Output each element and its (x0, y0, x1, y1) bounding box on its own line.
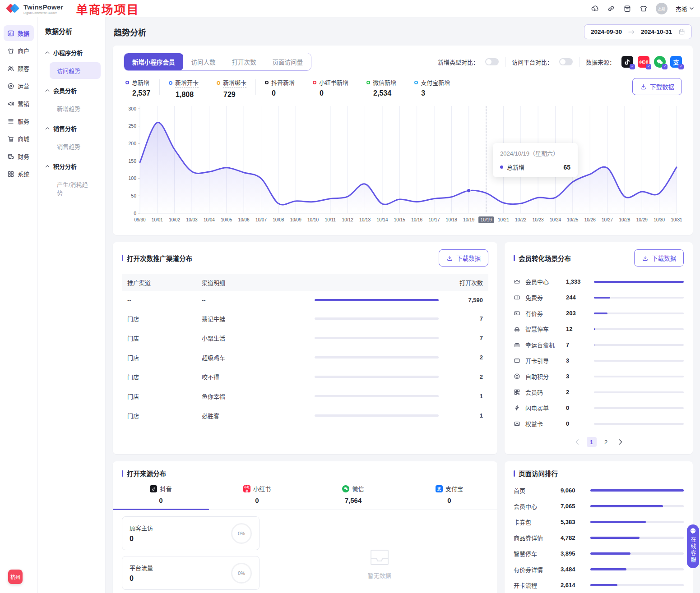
scene-label: 幸运盲盒机 (525, 340, 566, 349)
svg-text:10/01: 10/01 (152, 217, 163, 222)
subnav-item-新增趋势[interactable]: 新增趋势 (50, 100, 101, 117)
download-label: 下载数据 (652, 253, 676, 262)
stat-label: 微信新增 (373, 78, 396, 87)
scene-bar (594, 376, 684, 377)
channel-download-button[interactable]: 下载数据 (439, 249, 488, 267)
subnav-group-会员分析[interactable]: 会员分析 (38, 80, 105, 99)
shirt-icon[interactable] (640, 5, 648, 13)
brand-logo (6, 2, 20, 15)
sidebar-item-服务[interactable]: 服务 (4, 113, 34, 129)
sidebar-item-顾客[interactable]: 顾客 (4, 60, 34, 76)
online-service-fab[interactable]: 在线客服 (687, 524, 699, 568)
table-row: 门店小聚生活7 (122, 328, 488, 348)
conversion-card-title: 会员转化场景分布 (519, 253, 571, 263)
cell-channel: 门店 (122, 348, 196, 367)
trend-tab-新增小程序会员[interactable]: 新增小程序会员 (124, 53, 183, 70)
source-tab-微信[interactable]: 微信7,564 (305, 482, 401, 510)
source-xiaohongshu-icon[interactable]: 小红书✓ (638, 56, 649, 68)
subnav-item-访问趋势[interactable]: 访问趋势 (50, 62, 101, 79)
subnav-item-销售趋势[interactable]: 销售趋势 (50, 138, 101, 155)
gift-icon (514, 341, 522, 348)
scene-bar (594, 281, 684, 283)
svg-text:10/24: 10/24 (550, 217, 561, 222)
brand-name: TwinsPower (23, 3, 63, 11)
sidebar-item-营销[interactable]: 营销 (4, 96, 34, 111)
scene-label: 闪电买单 (525, 404, 566, 412)
stat-label: 新增开卡 (175, 78, 199, 88)
svg-text:10/10: 10/10 (307, 217, 319, 222)
scene-value: 203 (566, 310, 594, 317)
trend-tab-访问人数[interactable]: 访问人数 (183, 53, 224, 70)
avatar[interactable]: 杰希 (656, 3, 668, 14)
pagination-page-1[interactable]: 1 (587, 437, 597, 447)
list-item: 自助积分3 (514, 368, 684, 384)
svg-text:50: 50 (131, 193, 136, 198)
platform-compare-toggle[interactable] (559, 58, 573, 65)
subnav-group-积分分析[interactable]: 积分分析 (38, 156, 105, 175)
cell-value: 2 (445, 348, 488, 367)
data-source-label: 数据来源： (586, 58, 615, 66)
pagination-page-2[interactable]: 2 (601, 437, 611, 447)
subnav-group-小程序分析[interactable]: 小程序分析 (38, 42, 105, 61)
source-tab-小红书[interactable]: 小红书小红书0 (209, 482, 305, 510)
source-alipay-icon[interactable]: 支✓ (670, 56, 682, 68)
sidebar-item-商户[interactable]: 商户 (4, 43, 34, 59)
source-name: 微信 (352, 484, 364, 493)
sidebar-item-商城[interactable]: 商城 (4, 131, 34, 147)
cell-bar (309, 348, 445, 367)
sidebar-item-运营[interactable]: 运营 (4, 78, 34, 94)
list-item: 权益卡0 (514, 416, 684, 432)
source-douyin-icon[interactable]: ✓ (621, 56, 633, 68)
stat-label: 总新增 (132, 78, 149, 87)
trend-tab-打开次数[interactable]: 打开次数 (224, 53, 264, 70)
type-compare-toggle[interactable] (485, 58, 499, 65)
subnav-group-销售分析[interactable]: 销售分析 (38, 118, 105, 137)
svg-text:300: 300 (128, 106, 136, 111)
empty-inbox-icon (369, 548, 390, 566)
city-badge[interactable]: 杭州 (8, 570, 23, 584)
date-to[interactable]: 2024-10-31 (641, 28, 672, 35)
source-tab-抖音[interactable]: 抖音0 (113, 482, 209, 510)
cell-value: 7 (445, 328, 488, 348)
svg-text:150: 150 (128, 158, 136, 164)
sidebar-item-财务[interactable]: 财务 (4, 148, 34, 164)
list-item: 智慧停车12 (514, 321, 684, 337)
table-row: 门店咬不得2 (122, 367, 488, 386)
trend-line-chart[interactable]: 05010015020025030009/3010/0110/0210/0310… (124, 103, 682, 230)
pagination-next[interactable] (616, 437, 626, 447)
list-item: 开卡流程2,614 (514, 577, 684, 593)
date-range-picker[interactable]: 2024-09-30 2024-10-31 (584, 24, 692, 39)
archive-icon[interactable] (623, 5, 631, 13)
page-label: 卡券包 (514, 518, 561, 526)
source-tab-支付宝[interactable]: 支支付宝0 (401, 482, 497, 510)
cell-bar (309, 328, 445, 348)
list-item: 会员码2 (514, 384, 684, 400)
source-value: 0 (209, 496, 305, 504)
download-data-button[interactable]: 下载数据 (632, 78, 682, 95)
sidebar-item-label: 顾客 (18, 64, 29, 73)
sidebar-item-数据[interactable]: 数据 (4, 25, 34, 41)
sidebar-item-系统[interactable]: 系统 (4, 166, 34, 182)
cloud-download-icon[interactable] (591, 5, 599, 13)
svg-text:10/14: 10/14 (376, 217, 388, 222)
subnav-item-产生/消耗趋势[interactable]: 产生/消耗趋势 (50, 176, 101, 201)
stat-marker (125, 81, 129, 84)
users-icon (7, 65, 14, 72)
link-icon[interactable] (607, 5, 615, 13)
trend-tab-页面访问量[interactable]: 页面访问量 (264, 53, 311, 70)
date-from[interactable]: 2024-09-30 (591, 28, 622, 35)
stat-支付宝新增: 支付宝新增3 (405, 78, 459, 97)
metric-label: 顾客主访 (130, 524, 153, 532)
svg-text:10/29: 10/29 (636, 217, 648, 222)
sidebar-item-label: 服务 (18, 117, 29, 125)
main-content: 趋势分析 2024-09-30 2024-10-31 新增小程序会员访问人数打开… (106, 17, 700, 593)
conversion-download-button[interactable]: 下载数据 (634, 249, 684, 267)
page-label: 有价券详情 (514, 565, 561, 574)
pagination-prev[interactable] (572, 437, 582, 447)
scene-label: 开卡引导 (525, 356, 566, 365)
download-icon (446, 255, 453, 262)
svg-text:0: 0 (134, 211, 136, 216)
source-wechat-icon[interactable]: ✓ (654, 56, 666, 68)
stat-label: 小红书新增 (319, 78, 348, 87)
user-menu[interactable]: 杰希 (676, 5, 694, 13)
